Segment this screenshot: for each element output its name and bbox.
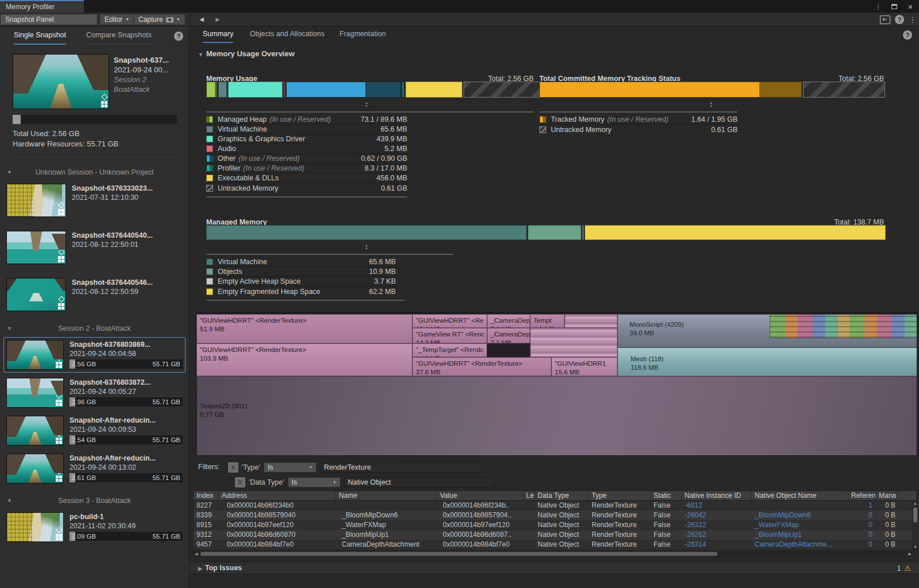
- tab-objects-allocations[interactable]: Objects and Allocations: [250, 30, 325, 42]
- windows-icon: [101, 101, 107, 107]
- filter-value-input[interactable]: RenderTexture: [320, 462, 482, 473]
- table-row[interactable]: 94570x0000014b984bf7e0CameraDepthAttachm…: [194, 540, 916, 550]
- snapshot-date: 2021-07-31 12:10:30: [72, 193, 183, 202]
- treemap-block[interactable]: "GUIViewHDRR115.6 MB: [551, 357, 617, 376]
- treemap-block[interactable]: [530, 328, 617, 357]
- collapse-icon: ▼: [7, 494, 12, 507]
- scroll-right-icon[interactable]: ▶: [909, 551, 912, 557]
- snapshot-list-item[interactable]: pc-build-12021-11-02 20:30:492.09 GB55.7…: [3, 509, 186, 545]
- snapshot-thumbnail: [6, 278, 66, 311]
- snapshot-list-item[interactable]: Snapshot-6376803869...2021-09-24 00:04:5…: [3, 337, 186, 373]
- tab-compare-snapshots[interactable]: Compare Snapshots: [86, 31, 152, 45]
- help-icon[interactable]: ?: [903, 30, 912, 40]
- column-header-index[interactable]: Index: [194, 491, 219, 500]
- table-row[interactable]: 82270x0000014b96f234b00x0000014b96f234b.…: [194, 501, 916, 510]
- horizontal-scrollbar[interactable]: ◀ ▶: [194, 551, 913, 557]
- column-header-type[interactable]: Type: [589, 491, 651, 500]
- treemap-block[interactable]: "GUIViewHDRRT" <RenderTexture>103.9 MB: [196, 343, 412, 376]
- scroll-left-icon[interactable]: ◀: [195, 551, 198, 557]
- snapshot-list-item[interactable]: Snapshot-6376440540...2021-08-12 22:50:0…: [3, 228, 186, 267]
- snapshot-list-item[interactable]: Snapshot-6376333023...2021-07-31 12:10:3…: [3, 181, 186, 220]
- legend-row: Objects10.9 MB: [206, 267, 396, 277]
- legend-label: Executable & DLLs: [218, 174, 279, 182]
- help-icon[interactable]: ?: [895, 15, 904, 24]
- treemap-block[interactable]: [770, 314, 917, 338]
- treemap-block[interactable]: [565, 314, 617, 328]
- treemap-block[interactable]: "GameView RT" <Renc14.3 MB: [412, 328, 487, 343]
- column-header-data-type[interactable]: Data Type: [535, 491, 589, 500]
- snapshot-list-item[interactable]: Snapshot-6376440546...2021-08-12 22:50:5…: [3, 275, 186, 314]
- scroll-up-icon[interactable]: ▲: [912, 501, 918, 506]
- scrollbar-thumb[interactable]: [913, 508, 917, 523]
- table-cell: [752, 501, 848, 510]
- section-memory-usage-overview[interactable]: ▼Memory Usage Overview: [198, 49, 295, 58]
- snapshot-name: Snapshot-6376440540...: [72, 231, 183, 240]
- column-header-value[interactable]: Value: [437, 491, 523, 500]
- scrollbar-thumb[interactable]: [200, 552, 717, 556]
- bar-segment-tracked: [539, 82, 802, 98]
- filter-operator-dropdown[interactable]: Is▼: [264, 462, 316, 473]
- session-header[interactable]: ▼Session 2 - BoatAttack: [0, 322, 189, 335]
- top-issues-section[interactable]: ▶Top Issues 1⚠: [190, 562, 919, 574]
- column-header-le[interactable]: Le: [523, 491, 535, 500]
- forward-button[interactable]: ▶: [210, 14, 225, 25]
- legend-value: 65.6 MB: [380, 125, 407, 133]
- column-header-static[interactable]: Static: [651, 491, 682, 500]
- treemap-block[interactable]: Mesh (118)118.6 MB: [617, 347, 917, 376]
- treemap-block[interactable]: "GUIViewHDRRT" <RenderTexture>51.9 MB: [196, 314, 412, 343]
- filter-field: 'Data Type': [249, 478, 284, 486]
- help-icon[interactable]: ?: [174, 32, 183, 41]
- treemap-block[interactable]: "GUIViewHDRRT" <Re12.1 MB: [412, 314, 487, 328]
- splitter-handle[interactable]: ▲▼: [362, 243, 370, 250]
- treemap-block[interactable]: "_TempTarget" <Rendc14.3 MB: [412, 343, 487, 357]
- close-icon[interactable]: ×: [905, 2, 916, 11]
- treemap-block[interactable]: _CameraDep7.1 MB: [487, 314, 530, 328]
- treemap-block[interactable]: _CameraDep7.1 MB: [487, 328, 530, 343]
- memory-usage-bar[interactable]: [206, 82, 534, 98]
- managed-memory-bar[interactable]: [206, 225, 884, 240]
- back-button[interactable]: ◀: [194, 14, 209, 25]
- column-header-referen[interactable]: Referen: [848, 491, 876, 500]
- capture-button[interactable]: Capture▼: [133, 14, 186, 25]
- table-row[interactable]: 89150x0000014b97eef120_WaterFXMap0x00000…: [194, 520, 916, 530]
- editor-dropdown[interactable]: Editor▼: [99, 14, 134, 25]
- column-header-native-instance-id[interactable]: Native Instance ID: [682, 491, 752, 500]
- scroll-down-icon[interactable]: ▼: [912, 544, 918, 550]
- table-cell: False: [651, 510, 682, 520]
- tracking-status-bar[interactable]: [539, 82, 884, 98]
- session-header[interactable]: ▼Session 3 - BoatAttack: [0, 494, 189, 507]
- snapshot-list-item[interactable]: Snapshot-After-reducin...2021-09-24 00:0…: [3, 413, 186, 448]
- column-header-address[interactable]: Address: [219, 491, 336, 500]
- filter-operator-dropdown[interactable]: Is▼: [288, 477, 341, 488]
- column-header-name[interactable]: Name: [336, 491, 437, 500]
- legend-swatch: [206, 185, 213, 192]
- tab-summary[interactable]: Summary: [203, 30, 233, 43]
- treemap-block[interactable]: Texture2D (801)0.77 GB: [196, 376, 917, 456]
- table-row[interactable]: 93120x0000014b96d60870_BloomMipUp10x0000…: [194, 530, 916, 540]
- bar-segment-profiler: [402, 82, 404, 98]
- splitter-handle[interactable]: ▲▼: [707, 101, 715, 108]
- remove-filter-icon[interactable]: X: [228, 462, 238, 473]
- treemap-block[interactable]: Tempt4.0 MB: [530, 314, 565, 328]
- session-header[interactable]: ▼Unknown Session - Unknown Project: [0, 166, 189, 179]
- tab-single-snapshot[interactable]: Single Snapshot: [14, 31, 66, 45]
- snapshot-panel-button[interactable]: Snapshot Panel: [0, 14, 98, 25]
- table-row[interactable]: 83390x0000014b98579040_BloomMipDown60x00…: [194, 510, 916, 520]
- maximize-icon[interactable]: [889, 2, 899, 11]
- splitter-handle[interactable]: ▲▼: [362, 101, 370, 108]
- treemap-block[interactable]: "GUIViewHDRRT" <RenderTexture>37.6 MB: [412, 357, 551, 376]
- tab-fragmentation[interactable]: Fragmentation: [339, 30, 386, 42]
- snapshot-list-item[interactable]: Snapshot-After-reducin...2021-09-24 00:1…: [3, 451, 186, 486]
- column-header-mana[interactable]: Mana: [876, 491, 899, 500]
- column-header-native-object-name[interactable]: Native Object Name: [752, 491, 848, 500]
- remove-filter-icon[interactable]: X: [235, 477, 245, 488]
- vertical-scrollbar[interactable]: ▲ ▼: [912, 501, 918, 550]
- kebab-menu-icon[interactable]: ⋮: [909, 16, 917, 24]
- windows-icon: [56, 400, 62, 406]
- table-cell: 0 B: [876, 501, 899, 510]
- snapshot-list-item[interactable]: Snapshot-6376803872...2021-09-24 00:05:2…: [3, 375, 186, 411]
- import-snapshot-icon[interactable]: ⇤: [880, 16, 890, 24]
- window-tab[interactable]: Memory Profiler: [0, 0, 84, 13]
- filter-value-input[interactable]: Native Object: [344, 477, 495, 488]
- window-menu-icon[interactable]: ⋮: [873, 2, 883, 11]
